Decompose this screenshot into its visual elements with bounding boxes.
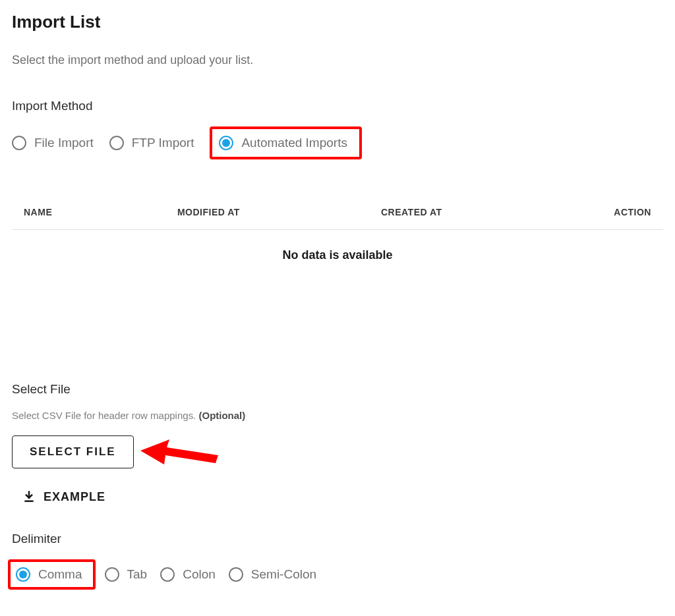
radio-tab[interactable]: Tab: [105, 567, 148, 582]
radio-label: Tab: [127, 567, 148, 582]
radio-icon: [160, 567, 175, 582]
highlight-box: Comma: [8, 559, 96, 590]
download-icon: [22, 490, 36, 504]
radio-colon[interactable]: Colon: [160, 567, 216, 582]
radio-file-import[interactable]: File Import: [12, 136, 94, 150]
select-file-help: Select CSV File for header row mappings.…: [12, 410, 663, 421]
table-empty-message: No data is available: [12, 230, 663, 270]
radio-label: Automated Imports: [241, 136, 347, 150]
col-created: CREATED AT: [381, 207, 572, 217]
col-action: ACTION: [572, 207, 651, 217]
radio-label: Comma: [38, 567, 82, 582]
radio-label: FTP Import: [132, 136, 194, 150]
table-header-row: NAME MODIFIED AT CREATED AT ACTION: [12, 199, 663, 230]
radio-label: File Import: [34, 136, 94, 150]
example-link[interactable]: EXAMPLE: [22, 490, 105, 504]
select-file-button[interactable]: SELECT FILE: [12, 435, 134, 468]
svg-marker-0: [140, 439, 218, 464]
col-name: NAME: [24, 207, 177, 217]
page-subheading: Select the import method and upload your…: [12, 53, 663, 67]
page-title: Import List: [12, 12, 663, 32]
import-method-label: Import Method: [12, 99, 663, 113]
delimiter-group: Comma Tab Colon Semi-Colon: [8, 559, 663, 590]
highlight-box: Automated Imports: [210, 126, 362, 159]
help-optional: (Optional): [198, 410, 245, 421]
example-label: EXAMPLE: [44, 490, 105, 504]
col-modified: MODIFIED AT: [177, 207, 381, 217]
radio-icon: [12, 136, 26, 150]
import-method-group: File Import FTP Import Automated Imports: [12, 126, 663, 159]
imports-table: NAME MODIFIED AT CREATED AT ACTION No da…: [12, 199, 663, 270]
radio-semicolon[interactable]: Semi-Colon: [229, 567, 316, 582]
radio-icon: [229, 567, 243, 582]
annotation-arrow-icon: [140, 435, 220, 468]
radio-automated-imports[interactable]: Automated Imports: [219, 136, 347, 150]
select-file-label: Select File: [12, 382, 663, 397]
delimiter-label: Delimiter: [12, 532, 663, 546]
radio-comma[interactable]: Comma: [16, 567, 82, 582]
radio-icon: [16, 567, 30, 582]
radio-icon: [105, 567, 119, 582]
radio-icon: [219, 136, 233, 150]
radio-label: Colon: [183, 567, 216, 582]
radio-icon: [109, 136, 124, 150]
help-prefix: Select CSV File for header row mappings.: [12, 410, 198, 421]
radio-label: Semi-Colon: [251, 567, 316, 582]
radio-ftp-import[interactable]: FTP Import: [109, 136, 194, 150]
